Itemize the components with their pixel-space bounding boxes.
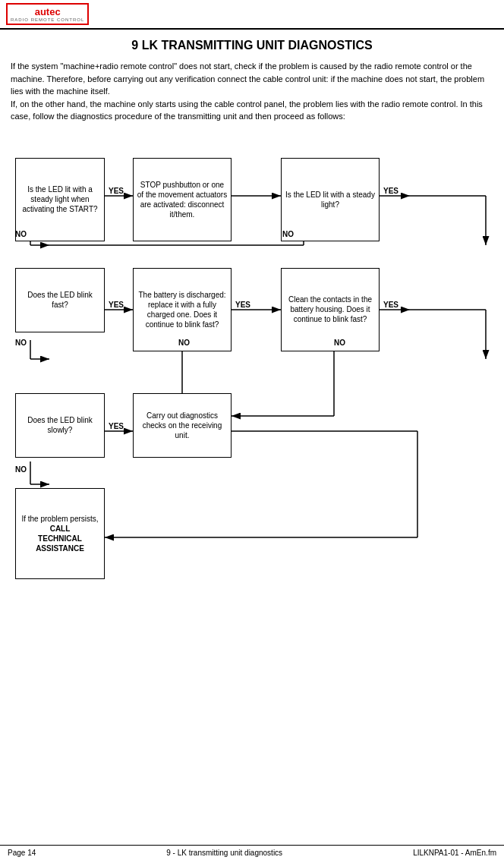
label-no-1: NO <box>15 230 27 238</box>
footer-center: 9 - LK transmitting unit diagnostics <box>166 849 282 857</box>
label-no-3: NO <box>282 230 294 238</box>
box-led-blink-slowly: Does the LED blink slowly? <box>15 393 105 458</box>
box-call-assistance: If the problem persists,CALLTECHNICALASS… <box>15 488 105 579</box>
label-yes-1: YES <box>109 187 124 195</box>
label-yes-6: YES <box>383 301 398 309</box>
box-diagnostics: Carry out diagnostics checks on the rece… <box>133 393 232 458</box>
label-no-4: NO <box>15 339 27 347</box>
page-footer: Page 14 9 - LK transmitting unit diagnos… <box>0 845 504 860</box>
label-yes-7: YES <box>109 422 124 430</box>
label-no-6: NO <box>334 339 345 347</box>
box-stop-pushbutton: STOP pushbutton or one of the movement a… <box>133 158 232 241</box>
label-yes-4: YES <box>109 301 124 309</box>
label-no-5: NO <box>178 339 190 347</box>
diagram-area: Is the LED lit with a steady light when … <box>8 135 496 651</box>
label-yes-3: YES <box>383 187 398 195</box>
box-clean-contacts: Clean the contacts in the battery housin… <box>281 268 380 351</box>
label-no-7: NO <box>15 465 27 474</box>
logo-main: autec <box>35 6 61 17</box>
logo-sub: RADIO REMOTE CONTROL <box>11 17 84 22</box>
footer-page: Page 14 <box>8 849 36 857</box>
box-led-steady: Is the LED lit with a steady light? <box>281 158 380 241</box>
page-header: autec RADIO REMOTE CONTROL <box>0 0 504 30</box>
label-yes-5: YES <box>235 301 250 309</box>
logo-box: autec RADIO REMOTE CONTROL <box>6 3 89 25</box>
footer-right: LILKNPA1-01 - AmEn.fm <box>413 849 496 857</box>
box-led-blink-fast: Does the LED blink fast? <box>15 268 105 332</box>
page-title: 9 LK TRANSMITTING UNIT DIAGNOSTICS <box>0 39 504 52</box>
logo-area: autec RADIO REMOTE CONTROL <box>6 3 89 25</box>
intro-text: If the system "machine+radio remote cont… <box>0 60 504 123</box>
box-led-start: Is the LED lit with a steady light when … <box>15 158 105 241</box>
